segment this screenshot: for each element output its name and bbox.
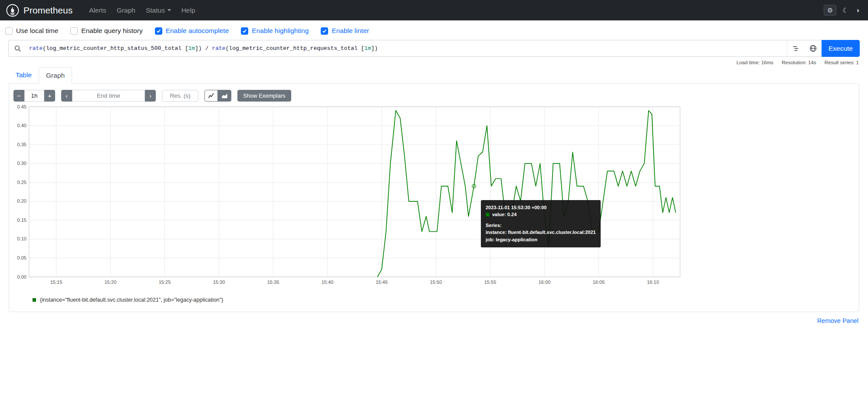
tooltip-series-heading: Series: <box>486 222 596 229</box>
query-token-punct: [ <box>358 45 365 52</box>
metrics-explorer-button[interactable] <box>804 40 822 57</box>
query-token-punct: [ <box>181 45 188 52</box>
query-token-metric: log_metric_counter_http_requests_total <box>229 45 357 52</box>
query-token-fn: rate <box>29 45 43 52</box>
range-decrease-button[interactable]: − <box>13 90 24 102</box>
svg-text:0.45: 0.45 <box>17 105 26 109</box>
svg-text:15:30: 15:30 <box>213 280 225 285</box>
line-chart-toggle-button[interactable] <box>204 90 218 102</box>
graph-legend: {instance="fluent-bit.default.svc.cluste… <box>33 297 855 303</box>
resolution-input[interactable] <box>162 90 198 102</box>
query-token-punct: ( <box>43 45 46 52</box>
contrast-icon[interactable]: ◑ <box>855 6 860 14</box>
svg-text:0.00: 0.00 <box>17 274 26 280</box>
unchecked-checkbox-icon[interactable] <box>5 27 13 35</box>
graph-tooltip: 2023-11-01 15:53:30 +00:00 value: 0.24 S… <box>481 200 601 248</box>
query-expression-input[interactable]: rate(log_metric_counter_http_status_500_… <box>26 40 787 57</box>
graph-controls: − + ‹ › Show Exemplars <box>13 90 855 102</box>
tree-view-icon <box>792 45 799 52</box>
svg-text:16:00: 16:00 <box>539 280 551 285</box>
stacked-chart-toggle-button[interactable] <box>218 90 231 102</box>
tooltip-job-label: job: legacy-application <box>486 236 596 243</box>
checkbox-label: Enable autocomplete <box>166 27 229 35</box>
tooltip-timestamp: 2023-11-01 15:53:30 +00:00 <box>486 204 596 211</box>
execute-button[interactable]: Execute <box>822 40 860 57</box>
nav-item-help[interactable]: Help <box>176 7 201 14</box>
svg-text:15:35: 15:35 <box>267 280 279 285</box>
range-increase-button[interactable]: + <box>44 90 55 102</box>
chart-type-toggle-group <box>204 90 231 102</box>
gear-icon[interactable]: ⚙ <box>824 5 836 16</box>
checkbox-enable-linter[interactable]: Enable linter <box>321 27 369 35</box>
svg-text:16:05: 16:05 <box>593 280 605 285</box>
checkbox-enable-highlighting[interactable]: Enable highlighting <box>241 27 309 35</box>
tooltip-value: value: 0.24 <box>492 211 516 218</box>
result-series: Result series: 1 <box>825 60 859 65</box>
svg-text:0.15: 0.15 <box>17 217 26 223</box>
checkbox-label: Enable query history <box>81 27 142 35</box>
search-addon <box>8 40 26 57</box>
remove-panel-link[interactable]: Remove Panel <box>817 317 858 324</box>
tab-table[interactable]: Table <box>9 67 39 84</box>
globe-icon <box>809 45 817 52</box>
query-tree-view-button[interactable] <box>787 40 804 57</box>
svg-text:0.30: 0.30 <box>17 161 26 166</box>
unchecked-checkbox-icon[interactable] <box>70 27 78 35</box>
query-stats: Load time: 16ms Resolution: 14s Result s… <box>0 57 868 65</box>
svg-text:15:50: 15:50 <box>430 280 442 285</box>
checkbox-label: Use local time <box>16 27 58 35</box>
brand[interactable]: Prometheus <box>6 4 72 17</box>
tab-graph[interactable]: Graph <box>39 67 72 84</box>
checkbox-use-local-time[interactable]: Use local time <box>5 27 58 35</box>
svg-text:15:15: 15:15 <box>50 280 62 285</box>
range-input[interactable] <box>24 90 44 102</box>
tooltip-instance-label: instance: fluent-bit.default.svc.cluster… <box>486 229 596 236</box>
query-token-duration: 1m <box>188 45 195 52</box>
checkbox-label: Enable highlighting <box>252 27 309 35</box>
time-back-button[interactable]: ‹ <box>61 90 72 102</box>
endtime-control-group: ‹ › <box>61 90 156 102</box>
checkbox-label: Enable linter <box>332 27 369 35</box>
legend-series-label[interactable]: {instance="fluent-bit.default.svc.cluste… <box>40 297 223 303</box>
query-bar: rate(log_metric_counter_http_status_500_… <box>8 40 860 57</box>
nav-item-alerts[interactable]: Alerts <box>84 7 112 14</box>
search-icon <box>14 45 21 52</box>
checked-checkbox-icon[interactable] <box>155 27 162 35</box>
svg-text:0.35: 0.35 <box>17 142 26 147</box>
navbar-icon-group: ⚙☾◑ <box>824 5 860 16</box>
query-token-punct: ]) <box>195 45 202 52</box>
end-time-input[interactable] <box>72 90 145 102</box>
svg-text:0.25: 0.25 <box>17 180 26 185</box>
query-options-row: Use local timeEnable query historyEnable… <box>0 20 868 40</box>
result-tabs: Table Graph <box>9 67 859 84</box>
panel-footer: Remove Panel <box>0 317 858 324</box>
query-token-metric: log_metric_counter_http_status_500_total <box>46 45 181 52</box>
graph-panel: − + ‹ › Show Exemplars 0.000.050.100. <box>9 83 859 312</box>
svg-text:15:45: 15:45 <box>376 280 388 285</box>
checked-checkbox-icon[interactable] <box>321 27 328 35</box>
legend-color-swatch[interactable] <box>33 298 36 302</box>
top-navbar: Prometheus AlertsGraphStatusHelp ⚙☾◑ <box>0 0 868 20</box>
graph-canvas[interactable]: 0.000.050.100.150.200.250.300.350.400.45… <box>13 105 685 289</box>
nav-links: AlertsGraphStatusHelp <box>84 7 201 14</box>
svg-text:0.05: 0.05 <box>17 255 26 260</box>
checked-checkbox-icon[interactable] <box>241 27 248 35</box>
stacked-chart-icon <box>221 92 228 99</box>
svg-text:0.20: 0.20 <box>17 198 26 204</box>
svg-text:15:40: 15:40 <box>322 280 334 285</box>
checkbox-enable-autocomplete[interactable]: Enable autocomplete <box>155 27 229 35</box>
chevron-down-icon <box>168 9 171 11</box>
checkbox-enable-query-history[interactable]: Enable query history <box>70 27 142 35</box>
moon-icon[interactable]: ☾ <box>842 6 849 14</box>
show-exemplars-button[interactable]: Show Exemplars <box>237 90 291 102</box>
line-chart-icon <box>208 92 214 99</box>
svg-text:15:55: 15:55 <box>484 280 496 285</box>
svg-text:0.40: 0.40 <box>17 123 26 128</box>
brand-title: Prometheus <box>23 5 72 16</box>
nav-item-graph[interactable]: Graph <box>112 7 141 14</box>
svg-text:16:10: 16:10 <box>647 280 659 285</box>
svg-text:0.10: 0.10 <box>17 236 26 241</box>
load-time: Load time: 16ms <box>736 60 773 65</box>
nav-item-status[interactable]: Status <box>141 7 176 14</box>
time-forward-button[interactable]: › <box>145 90 156 102</box>
